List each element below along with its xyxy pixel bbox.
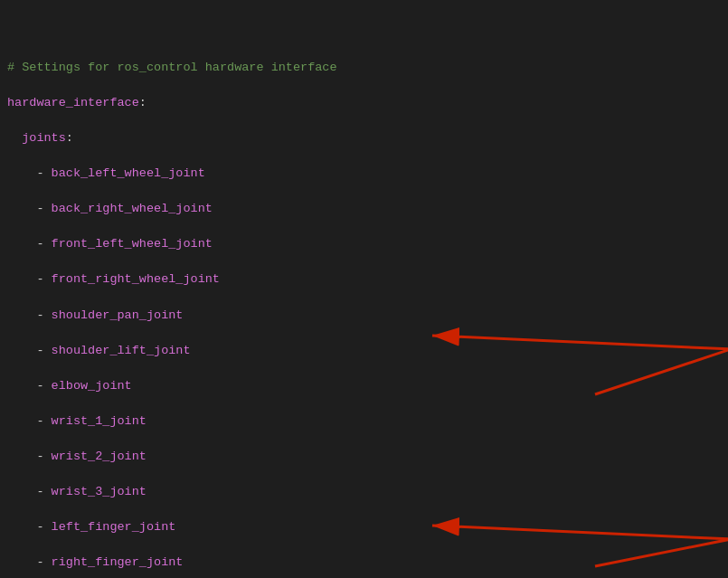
key-hardware-interface: hardware_interface (7, 96, 139, 109)
line-5: - back_right_wheel_joint (7, 200, 721, 218)
comment-settings: # Settings for ros_control hardware inte… (7, 61, 337, 74)
line-6: - front_left_wheel_joint (7, 235, 721, 253)
code-editor: # Settings for ros_control hardware inte… (7, 5, 721, 578)
val-shoulder-lift: shoulder_lift_joint (52, 344, 191, 357)
line-3: joints: (7, 129, 721, 147)
key-joints: joints (22, 131, 66, 145)
line-9: - shoulder_lift_joint (7, 342, 721, 360)
line-2: hardware_interface: (7, 94, 721, 112)
val-back-left: back_left_wheel_joint (52, 166, 205, 180)
val-back-right: back_right_wheel_joint (52, 202, 213, 215)
line-11: - wrist_1_joint (7, 412, 721, 431)
line-4: - back_left_wheel_joint (7, 165, 721, 183)
val-right-finger: right_finger_joint (52, 555, 184, 569)
val-front-left: front_left_wheel_joint (52, 237, 213, 251)
line-1: # Settings for ros_control hardware inte… (7, 59, 721, 77)
val-elbow: elbow_joint (52, 379, 132, 393)
val-wrist3: wrist_3_joint (52, 485, 147, 498)
line-15: - right_finger_joint (7, 554, 721, 572)
val-wrist2: wrist_2_joint (52, 450, 147, 463)
val-front-right: front_right_wheel_joint (52, 272, 220, 286)
line-13: - wrist_3_joint (7, 483, 721, 501)
line-14: - left_finger_joint (7, 518, 721, 536)
val-left-finger: left_finger_joint (52, 520, 176, 534)
val-shoulder-pan: shoulder_pan_joint (52, 308, 184, 322)
val-wrist1: wrist_1_joint (52, 414, 147, 428)
line-8: - shoulder_pan_joint (7, 307, 721, 325)
line-10: - elbow_joint (7, 377, 721, 395)
line-12: - wrist_2_joint (7, 448, 721, 466)
line-7: - front_right_wheel_joint (7, 270, 721, 289)
